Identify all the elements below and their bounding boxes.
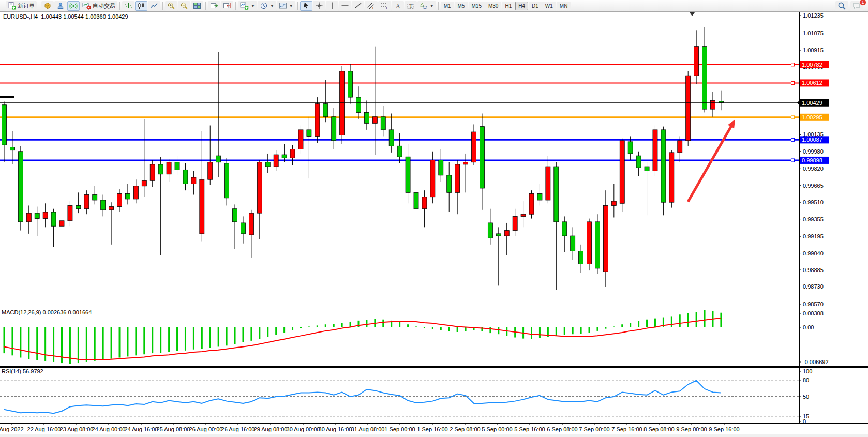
new-order-label: 新订单 xyxy=(18,2,35,10)
text-label-icon: T xyxy=(407,2,415,10)
equidistant-channel-icon: E xyxy=(367,2,376,10)
timeframe-h4-button[interactable]: H4 xyxy=(515,2,528,10)
line-handle[interactable] xyxy=(791,63,795,66)
cursor-icon xyxy=(302,2,310,10)
candle xyxy=(208,162,213,180)
candle xyxy=(496,234,501,236)
candle xyxy=(488,223,492,238)
new-order-icon xyxy=(8,2,16,10)
time-label: 23 Aug 08:00 xyxy=(60,426,94,432)
text-tool-button[interactable]: A xyxy=(392,1,404,11)
price-tick-label: 1.01075 xyxy=(803,30,824,36)
candle xyxy=(51,212,56,226)
candle xyxy=(241,223,245,234)
time-label: 2 Sep 08:00 xyxy=(450,426,480,432)
timeframe-d1-button[interactable]: D1 xyxy=(529,2,542,10)
crosshair-icon xyxy=(315,2,323,10)
candle xyxy=(282,155,287,158)
cursor-tool-button[interactable] xyxy=(300,1,312,11)
chart-canvas[interactable]: 1.012351.010751.009151.007601.004451.001… xyxy=(0,11,868,437)
search-button[interactable] xyxy=(835,1,848,11)
bar-chart-button[interactable] xyxy=(122,1,134,11)
new-order-button[interactable]: 新订单 xyxy=(6,1,37,11)
timeframe-mn-button[interactable]: MN xyxy=(557,2,571,10)
zoom-in-button[interactable] xyxy=(165,1,177,11)
market-watch-button[interactable] xyxy=(41,1,54,11)
price-badge-label: 1.00429 xyxy=(802,100,822,106)
left-line-segment[interactable] xyxy=(0,96,14,98)
candlestick-chart-button[interactable] xyxy=(135,1,147,11)
fibonacci-tool-button[interactable]: F xyxy=(378,1,391,11)
candle xyxy=(26,213,31,222)
candle xyxy=(323,104,328,117)
candle xyxy=(702,47,707,109)
candle xyxy=(109,207,114,210)
line-handle[interactable] xyxy=(791,159,795,162)
time-label: 26 Aug 00:00 xyxy=(189,426,223,432)
label-tool-button[interactable]: T xyxy=(405,1,417,11)
crosshair-tool-button[interactable] xyxy=(313,1,325,11)
time-label: 31 Aug 08:00 xyxy=(351,426,385,432)
timeframe-m30-button[interactable]: M30 xyxy=(485,2,501,10)
candle xyxy=(150,164,155,180)
candle xyxy=(678,141,682,153)
candle xyxy=(200,179,204,234)
candle xyxy=(125,193,130,199)
chart-window: 1.012351.010751.009151.007601.004451.001… xyxy=(0,11,868,437)
timeframe-m5-button[interactable]: M5 xyxy=(455,2,468,10)
candle xyxy=(233,209,237,222)
price-tick-label: 0.98570 xyxy=(803,301,824,307)
community-button[interactable] xyxy=(54,1,67,11)
line-handle[interactable] xyxy=(791,116,795,119)
chart-ohlc-header: EURUSD-,H4 1.00443 1.00544 1.00360 1.004… xyxy=(3,13,128,20)
toolbar-separator xyxy=(39,2,39,10)
main-toolbar: 新订单 自动交易 ▼ ▼ xyxy=(0,0,868,12)
trendline-tool-button[interactable] xyxy=(352,1,364,11)
candle xyxy=(521,214,526,216)
price-tick-label: 0.99980 xyxy=(803,148,824,155)
timeframe-h1-button[interactable]: H1 xyxy=(502,2,515,10)
tile-windows-button[interactable] xyxy=(191,1,203,11)
line-handle[interactable] xyxy=(791,138,795,141)
timeframe-w1-button[interactable]: W1 xyxy=(542,2,556,10)
candle xyxy=(183,170,188,184)
candle xyxy=(504,231,509,236)
rsi-tick-label: 50 xyxy=(803,394,809,400)
chart-shift-button[interactable] xyxy=(221,1,233,11)
candle xyxy=(447,175,452,193)
price-badge-label: 1.00782 xyxy=(802,62,822,68)
candle xyxy=(315,104,320,137)
auto-scroll-icon xyxy=(210,2,218,10)
channel-tool-button[interactable]: E xyxy=(365,1,378,11)
indicators-button[interactable]: ▼ xyxy=(238,1,257,11)
ohlc-bars-icon xyxy=(124,2,132,10)
rsi-value: 56.9792 xyxy=(23,368,43,374)
line-chart-button[interactable] xyxy=(148,1,160,11)
line-chart-icon xyxy=(150,2,158,10)
candle xyxy=(2,105,7,145)
shapes-tool-button[interactable]: ▼ xyxy=(417,1,436,11)
clock-icon xyxy=(260,2,268,10)
toolbar-separator xyxy=(205,2,206,10)
auto-scroll-button[interactable] xyxy=(208,1,220,11)
line-handle[interactable] xyxy=(791,81,795,84)
notifications-button[interactable]: 1 xyxy=(850,1,863,11)
chevron-down-icon: ▼ xyxy=(430,4,434,8)
candle xyxy=(529,193,534,214)
candle xyxy=(636,156,641,168)
horizontal-line-tool-button[interactable] xyxy=(339,1,351,11)
tile-windows-icon xyxy=(193,2,201,10)
toolbar-separator xyxy=(297,2,298,10)
timeframe-m15-button[interactable]: M15 xyxy=(469,2,485,10)
signals-button[interactable] xyxy=(67,1,80,11)
svg-text:E: E xyxy=(372,6,375,10)
zoom-out-button[interactable] xyxy=(178,1,190,11)
templates-button[interactable]: ▼ xyxy=(277,1,295,11)
vertical-line-tool-button[interactable] xyxy=(326,1,338,11)
candle xyxy=(216,156,221,162)
periods-button[interactable]: ▼ xyxy=(258,1,276,11)
svg-text:T: T xyxy=(409,3,413,9)
timeframe-m1-button[interactable]: M1 xyxy=(441,2,454,10)
rsi-tick-label: 100 xyxy=(803,368,812,374)
autotrading-button[interactable]: 自动交易 xyxy=(80,1,117,11)
